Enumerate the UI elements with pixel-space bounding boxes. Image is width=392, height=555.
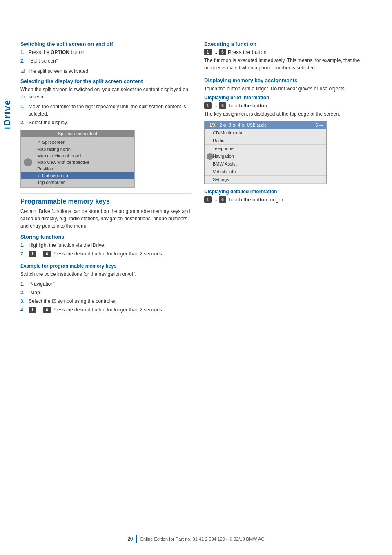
storing-btn-1: 1	[29, 251, 36, 257]
bsr-6: Vehicle info	[205, 168, 326, 176]
executing-btn-6: 6	[219, 49, 226, 55]
page-container: iDrive Switching the split screen on and…	[0, 0, 392, 555]
switching-split-steps: 1. Press the OPTION button. 2. "Split sc…	[20, 49, 192, 65]
step-1: 1. Press the OPTION button.	[20, 49, 192, 56]
content-area: Switching the split screen on and off 1.…	[0, 0, 392, 335]
storing-step-1: 1. Highlight the function via the iDrive…	[20, 242, 192, 249]
example-title: Example for programmable memory keys	[20, 263, 192, 269]
step-2-text: "Split screen"	[29, 57, 58, 65]
storing-step-1-text: Highlight the function via the iDrive.	[29, 242, 105, 249]
storing-section: Storing functions 1. Highlight the funct…	[20, 234, 192, 259]
executing-section: Executing a function 1 ... 6 Press the b…	[204, 41, 376, 72]
select-step-2-text: Select the display.	[29, 119, 68, 126]
example-step-2: 2. "Map"	[20, 289, 192, 296]
prog-mem-title: Programmable memory keys	[20, 198, 192, 205]
select-step-1-num: 1.	[20, 103, 26, 118]
tab-5: 5 —	[316, 123, 323, 128]
step-1-text: Press the OPTION button.	[29, 49, 86, 56]
detailed-btn-1: 1	[204, 196, 212, 203]
screen-row-4: Map view with perspective	[21, 159, 134, 166]
storing-btn-text: Press the desired button for longer than…	[52, 250, 163, 257]
example-btn-text: Press the desired button for longer than…	[52, 306, 163, 313]
big-screen-body: CD/Multimedia Radio Telephone Navigation…	[205, 129, 326, 184]
example-section: Example for programmable memory keys Swi…	[20, 263, 192, 315]
example-btn-1: 1	[29, 307, 36, 313]
executing-btn-line: 1 ... 6 Press the button.	[204, 49, 376, 55]
storing-step-1-num: 1.	[20, 242, 26, 249]
screen-row-6: ✓ Onboard info	[21, 172, 134, 179]
screen-header: Split screen content	[21, 130, 134, 137]
checkmark-line: ☑ The split screen is activated.	[20, 68, 192, 74]
example-step-3-num: 3.	[20, 298, 26, 305]
select-step-2: 2. Select the display.	[20, 119, 192, 126]
split-screen-mockup: Split screen content ✓ Split screen Map …	[20, 130, 135, 188]
tab-3: 3 ⊗	[229, 123, 235, 128]
brief-body: The key assignment is displayed at the t…	[204, 110, 376, 118]
example-step-2-text: "Map"	[29, 289, 42, 296]
detailed-btn-6: 6	[219, 196, 226, 203]
selecting-display-steps: 1. Move the controller to the right repe…	[20, 103, 192, 126]
bsr-2: Radio	[205, 137, 326, 145]
bsr-5: BMW Assist	[205, 160, 326, 168]
prog-mem-body: Certain iDrive functions can be stored o…	[20, 208, 192, 230]
screen-row-5: Position	[21, 166, 134, 172]
step-2-num: 2.	[20, 57, 26, 65]
step-1-num: 1.	[20, 49, 26, 56]
bsr-1: CD/Multimedia	[205, 129, 326, 137]
brief-info-section: Displaying brief information 1 ... 6 Tou…	[204, 95, 376, 184]
storing-btn-line: 1 ... 6 Press the desired button for lon…	[29, 250, 163, 257]
screen-row-3: Map direction of travel	[21, 152, 134, 159]
detailed-info-title: Displaying detailed information	[204, 189, 376, 195]
brief-info-title: Displaying brief information	[204, 95, 376, 101]
brief-ellipsis: ...	[213, 103, 217, 108]
right-column: Executing a function 1 ... 6 Press the b…	[204, 41, 376, 318]
detailed-ellipsis: ...	[213, 197, 217, 202]
brief-btn-line: 1 ... 6 Touch the button.	[204, 102, 376, 109]
example-btn-line: 1 ... 6 Press the desired button for lon…	[29, 306, 163, 313]
example-step-4-content: 1 ... 6 Press the desired button for lon…	[29, 306, 163, 315]
checkmark-text: The split screen is activated.	[28, 68, 89, 74]
tab-2: 2 ⊕	[220, 123, 226, 128]
bsr-4: Navigation	[205, 152, 326, 160]
screen-row-2: Map facing north	[21, 146, 134, 152]
storing-step-2-content: 1 ... 6 Press the desired button for lon…	[29, 250, 163, 259]
executing-btn-text: Press the button.	[228, 49, 268, 55]
switching-split-section: Switching the split screen on and off 1.…	[20, 41, 192, 74]
displaying-mem-title: Displaying memory key assignments	[204, 77, 376, 83]
select-step-1-text: Move the controller to the right repeate…	[29, 103, 192, 118]
displaying-mem-body: Touch the button with a finger. Do not w…	[204, 85, 376, 92]
executing-body: The function is executed immediately. Th…	[204, 57, 376, 72]
selecting-display-body: When the split screen is switched on, yo…	[20, 86, 192, 101]
storing-btn-6: 6	[43, 251, 51, 257]
detailed-info-section: Displaying detailed information 1 ... 6 …	[204, 189, 376, 203]
tab-1x: 1/X	[208, 123, 217, 128]
example-step-1: 1. "Navigation"	[20, 280, 192, 288]
example-steps: 1. "Navigation" 2. "Map" 3. Select the ☑…	[20, 280, 192, 315]
example-step-3: 3. Select the ☑ symbol using the control…	[20, 298, 192, 305]
tab-usb: USB audio	[247, 123, 313, 128]
sidebar-label: iDrive	[0, 74, 15, 155]
tab-4: 4 ⊕	[238, 123, 245, 128]
select-step-1: 1. Move the controller to the right repe…	[20, 103, 192, 118]
left-column: Switching the split screen on and off 1.…	[20, 41, 192, 318]
storing-ellipsis: ...	[38, 250, 42, 257]
detailed-btn-text: Touch the button longer.	[228, 197, 285, 203]
selecting-display-section: Selecting the display for the split scre…	[20, 78, 192, 188]
executing-btn-1: 1	[204, 49, 212, 55]
executing-ellipsis: ...	[213, 49, 217, 55]
executing-title: Executing a function	[204, 41, 376, 47]
bsr-3: Telephone	[205, 145, 326, 152]
example-step-3-text: Select the ☑ symbol using the controller…	[29, 298, 117, 305]
screen-row-1: ✓ Split screen	[21, 139, 134, 146]
bsr-7: Settings	[205, 176, 326, 184]
big-screen-header: 1/X 2 ⊕ 3 ⊗ 4 ⊕ USB audio 5 —	[205, 121, 326, 129]
detailed-btn-line: 1 ... 6 Touch the button longer.	[204, 196, 376, 203]
big-screen-mockup: 1/X 2 ⊕ 3 ⊗ 4 ⊕ USB audio 5 — CD/Multime…	[204, 121, 327, 184]
example-step-4-num: 4.	[20, 306, 26, 315]
brief-btn-text: Touch the button.	[228, 103, 269, 109]
selecting-display-title: Selecting the display for the split scre…	[20, 78, 192, 84]
blue-bar	[136, 535, 137, 543]
example-body: Switch the voice instructions for the na…	[20, 271, 192, 278]
storing-step-2-num: 2.	[20, 250, 26, 259]
example-step-1-num: 1.	[20, 280, 26, 288]
